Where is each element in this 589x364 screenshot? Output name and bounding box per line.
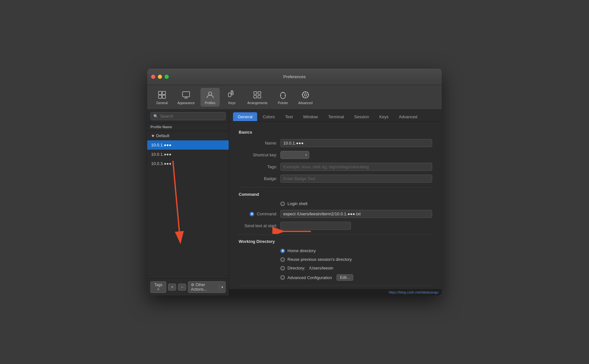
advanced-config-radio-row: Advanced Configuration Edit... [280,274,353,281]
toolbar-item-advanced[interactable]: Advanced [295,88,316,107]
tab-advanced[interactable]: Advanced [394,112,422,121]
directory-value: /Users/leesin [309,266,333,270]
sidebar: 🔍 Profile Name ★ Default 10.0.1.●●● 10.0… [147,110,229,295]
tab-terminal[interactable]: Terminal [323,112,349,121]
toolbar-item-general[interactable]: General [152,88,172,107]
tags-button[interactable]: Tags > [150,281,166,293]
tab-text[interactable]: Text [280,112,298,121]
advanced-icon [300,90,311,100]
divider-3 [239,285,432,285]
advanced-config-row: Advanced Configuration Edit... [239,274,432,281]
home-dir-radio[interactable] [280,249,285,253]
tags-row: Tags: [239,163,432,171]
tab-colors[interactable]: Colors [258,112,280,121]
search-input[interactable] [160,114,223,119]
general-icon [157,90,167,100]
svg-rect-14 [258,95,261,98]
panel-content: Basics Name: Shortcut key: ⬍ Tags: [229,121,442,289]
keys-icon: ⌘ [227,90,237,100]
titlebar: Preferences [147,69,442,85]
other-actions-arrow-icon[interactable]: ▾ [219,284,225,290]
divider-1 [239,187,432,187]
profile-list: ★ Default 10.0.1.●●● 10.0.1.●●● 10.0.3.●… [147,131,229,278]
advanced-config-label: Advanced Configuration [287,275,332,280]
close-button[interactable] [151,75,155,79]
svg-line-27 [307,93,308,93]
main-content: 🔍 Profile Name ★ Default 10.0.1.●●● 10.0… [147,110,442,295]
toolbar-profiles-label: Profiles [205,101,215,105]
command-radio[interactable] [250,212,254,216]
send-text-label: Send text at start: [239,223,277,228]
profile-item-1[interactable]: 10.0.1.●●● [147,140,229,150]
login-shell-radio[interactable] [280,202,285,206]
directory-row: Directory: /Users/leesin [239,266,432,270]
shortcut-select-wrapper[interactable]: ⬍ [280,151,309,159]
tab-session[interactable]: Session [349,112,374,121]
login-shell-label: Login shell [287,201,307,206]
shortcut-row: Shortcut key: ⬍ [239,151,432,159]
svg-line-28 [303,96,304,97]
profiles-icon [205,90,215,100]
window-title: Preferences [283,74,306,79]
tab-general[interactable]: General [233,112,257,121]
svg-rect-12 [258,92,261,94]
send-text-row: Send text at start: [239,222,432,230]
search-input-wrapper[interactable]: 🔍 [150,112,226,120]
tags-label: Tags: [239,164,277,169]
command-row: Command: [239,210,432,218]
profile-list-header: Profile Name [147,123,229,131]
profile-item-default[interactable]: ★ Default [147,131,229,140]
badge-input[interactable] [280,175,432,183]
pointer-icon [278,90,288,100]
login-shell-radio-row: Login shell [280,201,307,206]
shortcut-select[interactable] [280,151,309,159]
name-input[interactable] [280,139,432,147]
other-actions-button[interactable]: ⚙ Other Actions... ▾ [188,281,226,293]
directory-radio[interactable] [280,266,285,270]
badge-row: Badge: [239,175,432,183]
svg-rect-2 [158,95,162,98]
home-dir-row: Home directory [239,248,432,253]
home-dir-label: Home directory [287,248,316,253]
toolbar-item-profiles[interactable]: Profiles [201,88,220,107]
tags-input[interactable] [280,163,432,171]
command-label: Command: [239,211,277,216]
profile-item-2[interactable]: 10.0.1.●●● [147,150,229,159]
arrangements-icon [252,90,262,100]
svg-rect-3 [162,95,166,98]
search-bar: 🔍 [147,110,229,123]
toolbar-item-arrangements[interactable]: Arrangements [244,88,271,107]
svg-rect-0 [158,91,162,95]
advanced-config-radio[interactable] [280,275,285,280]
basics-section-title: Basics [239,130,432,135]
bottom-url-bar: https://blog.csdn.net/dataiyangu [229,289,442,295]
minimize-button[interactable] [158,75,162,79]
toolbar-arrangements-label: Arrangements [247,101,268,105]
send-text-input[interactable] [280,222,351,230]
toolbar-item-pointer[interactable]: Pointer [273,88,293,107]
toolbar-item-appearance[interactable]: Appearance [174,88,198,107]
directory-radio-row: Directory: /Users/leesin [280,266,333,270]
remove-profile-button[interactable]: − [178,284,186,291]
reuse-session-radio[interactable] [280,257,285,262]
preferences-window: Preferences General Ap [147,69,442,295]
command-section-title: Command [239,192,432,197]
tab-keys[interactable]: Keys [374,112,393,121]
svg-text:⌘: ⌘ [230,90,234,95]
svg-line-26 [307,96,308,97]
badge-label: Badge: [239,176,277,181]
divider-2 [239,234,432,235]
edit-button[interactable]: Edit... [337,274,354,281]
maximize-button[interactable] [165,75,169,79]
shortcut-label: Shortcut key: [239,153,277,157]
working-dir-section-title: Working Directory [239,239,432,244]
tab-window[interactable]: Window [298,112,323,121]
command-input[interactable] [280,210,432,218]
name-row: Name: [239,139,432,147]
toolbar-item-keys[interactable]: ⌘ Keys [222,88,242,107]
svg-line-25 [303,93,304,93]
home-dir-radio-row: Home directory [280,248,316,253]
tab-bar: General Colors Text Window Terminal Sess… [229,110,442,121]
profile-item-3[interactable]: 10.0.3.●●● [147,159,229,168]
add-profile-button[interactable]: + [168,284,176,291]
